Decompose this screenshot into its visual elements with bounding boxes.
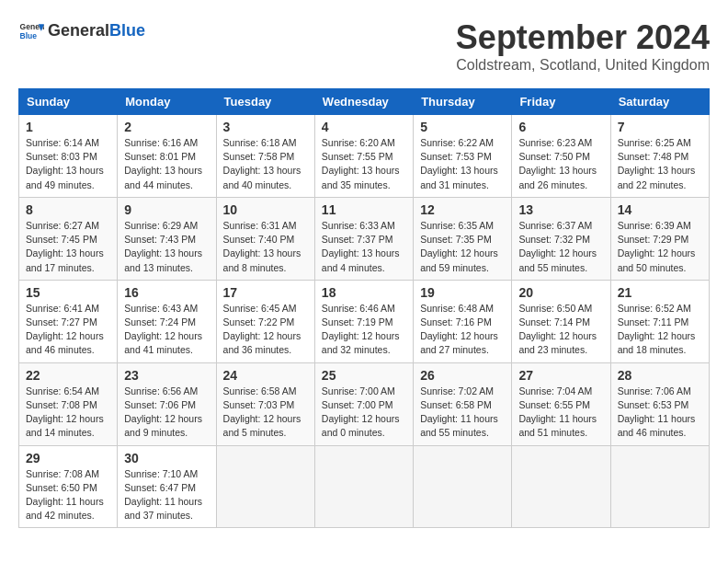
calendar-day-cell: 4 Sunrise: 6:20 AM Sunset: 7:55 PM Dayli… [314, 115, 413, 198]
day-detail: Sunrise: 6:33 AM Sunset: 7:37 PM Dayligh… [322, 219, 406, 275]
calendar-day-cell: 20 Sunrise: 6:50 AM Sunset: 7:14 PM Dayl… [512, 280, 610, 362]
day-detail: Sunrise: 6:39 AM Sunset: 7:29 PM Dayligh… [618, 219, 702, 275]
day-number: 25 [322, 368, 406, 383]
day-detail: Sunrise: 7:10 AM Sunset: 6:47 PM Dayligh… [124, 467, 209, 523]
calendar-day-cell: 30 Sunrise: 7:10 AM Sunset: 6:47 PM Dayl… [118, 445, 216, 528]
day-number: 19 [420, 285, 505, 300]
calendar-day-cell: 21 Sunrise: 6:52 AM Sunset: 7:11 PM Dayl… [610, 280, 709, 362]
calendar-day-cell: 8 Sunrise: 6:27 AM Sunset: 7:45 PM Dayli… [19, 197, 118, 280]
col-sunday: Sunday [19, 89, 118, 115]
calendar-day-cell: 27 Sunrise: 7:04 AM Sunset: 6:55 PM Dayl… [512, 362, 610, 445]
calendar-week-row: 1 Sunrise: 6:14 AM Sunset: 8:03 PM Dayli… [19, 115, 710, 198]
calendar-day-cell: 25 Sunrise: 7:00 AM Sunset: 7:00 PM Dayl… [314, 362, 413, 445]
calendar-week-row: 22 Sunrise: 6:54 AM Sunset: 7:08 PM Dayl… [19, 362, 710, 445]
day-number: 4 [322, 120, 406, 134]
day-number: 1 [26, 120, 110, 134]
calendar-day-cell: 26 Sunrise: 7:02 AM Sunset: 6:58 PM Dayl… [414, 362, 512, 445]
day-number: 28 [618, 368, 702, 383]
day-number: 11 [322, 202, 406, 217]
day-detail: Sunrise: 6:45 AM Sunset: 7:22 PM Dayligh… [223, 302, 308, 358]
day-number: 8 [26, 202, 110, 217]
day-detail: Sunrise: 7:08 AM Sunset: 6:50 PM Dayligh… [26, 467, 110, 523]
svg-text:Blue: Blue [20, 31, 38, 40]
day-number: 17 [223, 285, 308, 300]
calendar-day-cell [512, 445, 610, 528]
calendar-table: Sunday Monday Tuesday Wednesday Thursday… [18, 88, 710, 528]
calendar-day-cell: 19 Sunrise: 6:48 AM Sunset: 7:16 PM Dayl… [414, 280, 512, 362]
day-detail: Sunrise: 6:23 AM Sunset: 7:50 PM Dayligh… [518, 136, 603, 192]
calendar-day-cell: 28 Sunrise: 7:06 AM Sunset: 6:53 PM Dayl… [610, 362, 709, 445]
page-header: General Blue GeneralBlue September 2024 … [18, 18, 710, 74]
calendar-day-cell: 17 Sunrise: 6:45 AM Sunset: 7:22 PM Dayl… [216, 280, 314, 362]
calendar-day-cell: 9 Sunrise: 6:29 AM Sunset: 7:43 PM Dayli… [118, 197, 216, 280]
day-detail: Sunrise: 6:54 AM Sunset: 7:08 PM Dayligh… [26, 385, 110, 441]
calendar-day-cell: 10 Sunrise: 6:31 AM Sunset: 7:40 PM Dayl… [216, 197, 314, 280]
calendar-day-cell: 5 Sunrise: 6:22 AM Sunset: 7:53 PM Dayli… [414, 115, 512, 198]
calendar-day-cell: 15 Sunrise: 6:41 AM Sunset: 7:27 PM Dayl… [19, 280, 118, 362]
day-detail: Sunrise: 6:50 AM Sunset: 7:14 PM Dayligh… [518, 302, 603, 358]
calendar-day-cell: 16 Sunrise: 6:43 AM Sunset: 7:24 PM Dayl… [118, 280, 216, 362]
day-number: 3 [223, 120, 308, 134]
day-number: 15 [26, 285, 110, 300]
calendar-day-cell: 14 Sunrise: 6:39 AM Sunset: 7:29 PM Dayl… [610, 197, 709, 280]
day-detail: Sunrise: 6:41 AM Sunset: 7:27 PM Dayligh… [26, 302, 110, 358]
calendar-day-cell: 2 Sunrise: 6:16 AM Sunset: 8:01 PM Dayli… [118, 115, 216, 198]
day-detail: Sunrise: 6:25 AM Sunset: 7:48 PM Dayligh… [618, 136, 702, 192]
day-number: 27 [518, 368, 603, 383]
calendar-day-cell: 1 Sunrise: 6:14 AM Sunset: 8:03 PM Dayli… [19, 115, 118, 198]
location-subtitle: Coldstream, Scotland, United Kingdom [456, 57, 710, 74]
day-detail: Sunrise: 7:02 AM Sunset: 6:58 PM Dayligh… [420, 385, 505, 441]
col-monday: Monday [118, 89, 216, 115]
day-detail: Sunrise: 6:43 AM Sunset: 7:24 PM Dayligh… [124, 302, 209, 358]
day-number: 5 [420, 120, 505, 134]
logo-general-text: General [48, 21, 109, 40]
day-detail: Sunrise: 6:35 AM Sunset: 7:35 PM Dayligh… [420, 219, 505, 275]
day-number: 23 [124, 368, 209, 383]
day-detail: Sunrise: 6:52 AM Sunset: 7:11 PM Dayligh… [618, 302, 702, 358]
calendar-day-cell [610, 445, 709, 528]
calendar-day-cell: 7 Sunrise: 6:25 AM Sunset: 7:48 PM Dayli… [610, 115, 709, 198]
col-thursday: Thursday [414, 89, 512, 115]
logo: General Blue GeneralBlue [18, 18, 145, 44]
day-detail: Sunrise: 6:31 AM Sunset: 7:40 PM Dayligh… [223, 219, 308, 275]
calendar-day-cell: 22 Sunrise: 6:54 AM Sunset: 7:08 PM Dayl… [19, 362, 118, 445]
calendar-day-cell: 23 Sunrise: 6:56 AM Sunset: 7:06 PM Dayl… [118, 362, 216, 445]
day-detail: Sunrise: 6:20 AM Sunset: 7:55 PM Dayligh… [322, 136, 406, 192]
day-number: 18 [322, 285, 406, 300]
calendar-day-cell: 11 Sunrise: 6:33 AM Sunset: 7:37 PM Dayl… [314, 197, 413, 280]
month-year-title: September 2024 [456, 18, 710, 57]
day-number: 21 [618, 285, 702, 300]
calendar-week-row: 29 Sunrise: 7:08 AM Sunset: 6:50 PM Dayl… [19, 445, 710, 528]
col-friday: Friday [512, 89, 610, 115]
day-number: 29 [26, 451, 110, 465]
day-detail: Sunrise: 6:27 AM Sunset: 7:45 PM Dayligh… [26, 219, 110, 275]
day-number: 6 [518, 120, 603, 134]
calendar-day-cell: 29 Sunrise: 7:08 AM Sunset: 6:50 PM Dayl… [19, 445, 118, 528]
day-detail: Sunrise: 7:00 AM Sunset: 7:00 PM Dayligh… [322, 385, 406, 441]
col-saturday: Saturday [610, 89, 709, 115]
day-number: 26 [420, 368, 505, 383]
calendar-day-cell [314, 445, 413, 528]
title-section: September 2024 Coldstream, Scotland, Uni… [456, 18, 710, 74]
calendar-day-cell: 12 Sunrise: 6:35 AM Sunset: 7:35 PM Dayl… [414, 197, 512, 280]
day-number: 24 [223, 368, 308, 383]
day-detail: Sunrise: 6:18 AM Sunset: 7:58 PM Dayligh… [223, 136, 308, 192]
calendar-header-row: Sunday Monday Tuesday Wednesday Thursday… [19, 89, 710, 115]
day-detail: Sunrise: 6:14 AM Sunset: 8:03 PM Dayligh… [26, 136, 110, 192]
calendar-day-cell: 6 Sunrise: 6:23 AM Sunset: 7:50 PM Dayli… [512, 115, 610, 198]
calendar-day-cell: 3 Sunrise: 6:18 AM Sunset: 7:58 PM Dayli… [216, 115, 314, 198]
day-number: 7 [618, 120, 702, 134]
day-detail: Sunrise: 7:06 AM Sunset: 6:53 PM Dayligh… [618, 385, 702, 441]
calendar-day-cell [216, 445, 314, 528]
day-number: 2 [124, 120, 209, 134]
calendar-day-cell: 18 Sunrise: 6:46 AM Sunset: 7:19 PM Dayl… [314, 280, 413, 362]
day-detail: Sunrise: 7:04 AM Sunset: 6:55 PM Dayligh… [518, 385, 603, 441]
day-number: 30 [124, 451, 209, 465]
day-number: 12 [420, 202, 505, 217]
day-detail: Sunrise: 6:58 AM Sunset: 7:03 PM Dayligh… [223, 385, 308, 441]
day-detail: Sunrise: 6:56 AM Sunset: 7:06 PM Dayligh… [124, 385, 209, 441]
day-detail: Sunrise: 6:29 AM Sunset: 7:43 PM Dayligh… [124, 219, 209, 275]
logo-icon: General Blue [18, 18, 44, 44]
day-number: 14 [618, 202, 702, 217]
day-detail: Sunrise: 6:22 AM Sunset: 7:53 PM Dayligh… [420, 136, 505, 192]
